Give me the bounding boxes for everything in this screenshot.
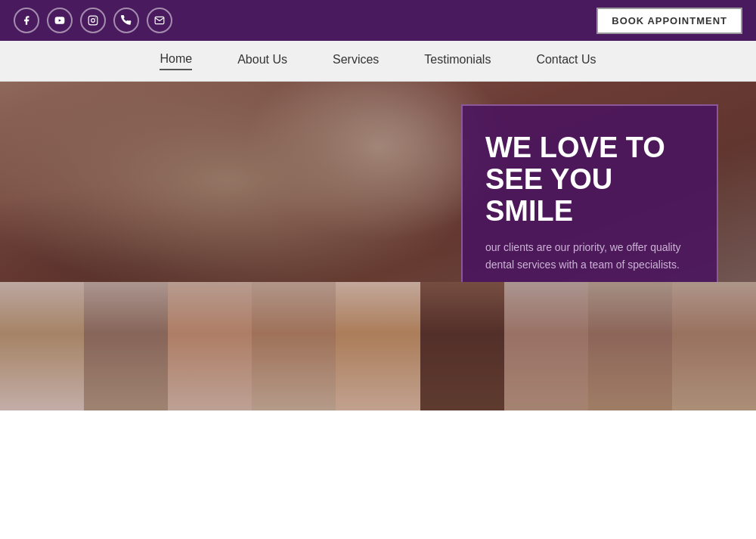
nav-home[interactable]: Home <box>160 52 192 70</box>
strip-photo-7 <box>504 282 588 410</box>
strip-photo-3 <box>168 282 252 410</box>
hero-section: WE LOVE TO SEE YOU SMILE our clients are… <box>0 82 756 410</box>
hero-subtitle: our clients are our priority, we offer q… <box>485 239 694 273</box>
hero-title: WE LOVE TO SEE YOU SMILE <box>485 132 694 227</box>
strip-photo-9 <box>672 282 756 410</box>
nav-about[interactable]: About Us <box>237 53 287 70</box>
svg-point-2 <box>91 19 95 23</box>
strip-photo-4 <box>252 282 336 410</box>
youtube-icon[interactable] <box>47 8 73 33</box>
strip-photo-2 <box>84 282 168 410</box>
svg-rect-1 <box>88 16 98 25</box>
social-icons <box>14 8 172 33</box>
email-icon[interactable] <box>147 8 172 33</box>
strip-photo-6 <box>420 282 504 410</box>
phone-icon[interactable] <box>113 8 139 33</box>
strip-photo-8 <box>588 282 672 410</box>
nav-bar: Home About Us Services Testimonials Cont… <box>0 41 756 82</box>
photo-strip <box>0 282 756 410</box>
top-bar: BOOK APPOINTMENT <box>0 0 756 41</box>
nav-contact[interactable]: Contact Us <box>536 53 596 70</box>
strip-photo-1 <box>0 282 84 410</box>
svg-point-3 <box>95 17 96 18</box>
instagram-icon[interactable] <box>80 8 106 33</box>
facebook-icon[interactable] <box>14 8 39 33</box>
book-appointment-button-top[interactable]: BOOK APPOINTMENT <box>596 8 742 34</box>
strip-photo-5 <box>336 282 420 410</box>
nav-testimonials[interactable]: Testimonials <box>424 53 491 70</box>
nav-services[interactable]: Services <box>333 53 379 70</box>
